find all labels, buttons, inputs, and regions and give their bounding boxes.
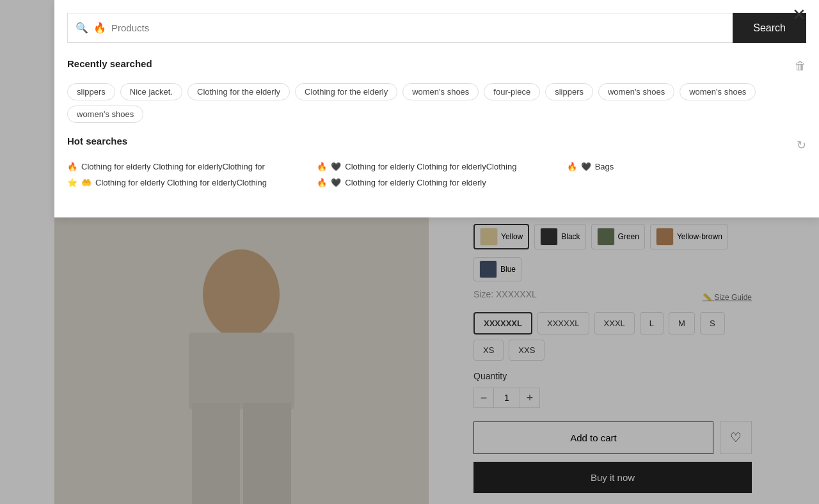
hot-item-4-extra-icon: 🖤	[331, 178, 341, 187]
hot-searches-title: Hot searches	[67, 136, 127, 146]
search-icon: 🔍	[76, 22, 88, 34]
hot-item-4[interactable]: 🔥 🖤 Clothing for elderly Clothing for el…	[317, 178, 556, 187]
recently-searched-header: Recently searched 🗑	[67, 58, 806, 77]
hot-item-1-fire-icon: 🔥	[317, 162, 327, 171]
hot-item-0[interactable]: 🔥 Clothing for elderly Clothing for elde…	[67, 162, 306, 171]
fire-icon: 🔥	[93, 22, 106, 34]
search-input[interactable]	[111, 13, 725, 42]
hot-searches-header: Hot searches ↻	[67, 136, 806, 154]
search-input-wrap: 🔍 🔥	[67, 13, 733, 43]
search-panel: 🔍 🔥 Search Recently searched 🗑 slippers …	[54, 0, 819, 217]
recent-tag-8[interactable]: women's shoes	[680, 83, 756, 100]
recent-tags-container: slippers Nice jacket. Clothing for the e…	[67, 83, 806, 123]
hot-item-2-fire-icon: 🔥	[567, 162, 577, 171]
hot-item-2[interactable]: 🔥 🖤 Bags	[567, 162, 806, 171]
hot-item-2-extra-icon: 🖤	[581, 162, 591, 171]
hot-item-3[interactable]: ⭐ 🤲 Clothing for elderly Clothing for el…	[67, 178, 306, 187]
recently-searched-title: Recently searched	[67, 58, 152, 69]
hot-item-1[interactable]: 🔥 🖤 Clothing for elderly Clothing for el…	[317, 162, 556, 171]
refresh-icon[interactable]: ↻	[797, 138, 806, 152]
recent-tag-3[interactable]: Clothing for the elderly	[295, 83, 397, 100]
recent-tag-4[interactable]: women's shoes	[402, 83, 479, 100]
hot-item-4-text: Clothing for elderly Clothing for elderl…	[345, 178, 486, 187]
hot-item-3-text: Clothing for elderly Clothing for elderl…	[95, 178, 267, 187]
hot-item-2-text: Bags	[595, 162, 614, 171]
hot-item-0-icon: 🔥	[67, 162, 77, 171]
hot-item-4-fire-icon: 🔥	[317, 178, 327, 187]
recent-tag-0[interactable]: slippers	[67, 83, 115, 100]
recent-tag-7[interactable]: women's shoes	[598, 83, 674, 100]
recent-tag-6[interactable]: slippers	[545, 83, 593, 100]
recent-tag-1[interactable]: Nice jacket.	[120, 83, 182, 100]
recent-tag-2[interactable]: Clothing for the elderly	[187, 83, 290, 100]
hot-item-1-text: Clothing for elderly Clothing for elderl…	[345, 162, 516, 171]
recent-tag-5[interactable]: four-piece	[484, 83, 540, 100]
recent-tag-9[interactable]: women's shoes	[67, 106, 143, 123]
close-button[interactable]: ✕	[792, 6, 806, 23]
search-bar-row: 🔍 🔥 Search	[67, 13, 806, 43]
hot-item-3-icon: ⭐	[67, 178, 77, 187]
hot-item-0-text: Clothing for elderly Clothing for elderl…	[81, 162, 265, 171]
hot-item-3-extra-icon: 🤲	[81, 178, 91, 187]
hot-item-1-extra-icon: 🖤	[331, 162, 341, 171]
clear-history-button[interactable]: 🗑	[795, 59, 806, 73]
hot-searches-grid: 🔥 Clothing for elderly Clothing for elde…	[67, 162, 806, 187]
